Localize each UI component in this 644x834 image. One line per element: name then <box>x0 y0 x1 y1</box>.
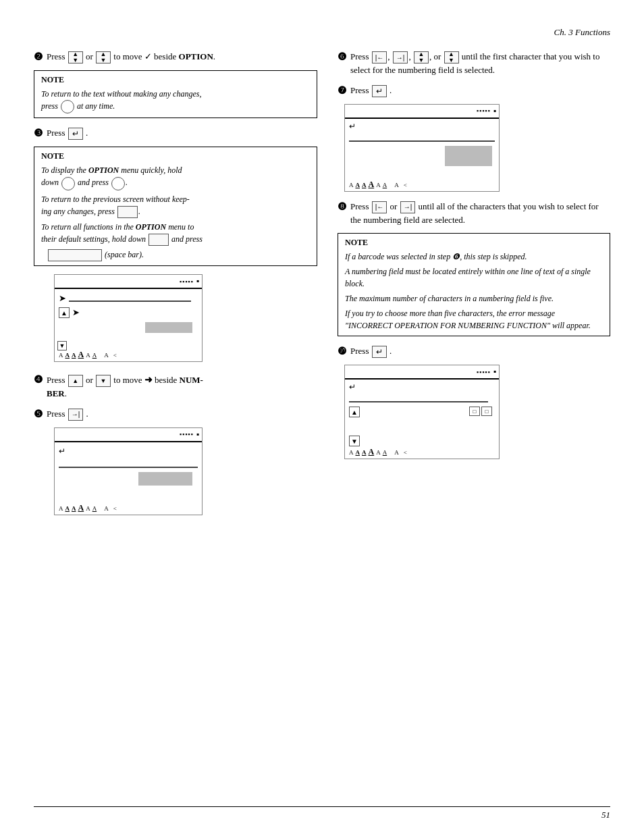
page-number: 51 <box>601 810 610 820</box>
screen-1-arrow2: ➤ <box>72 307 80 318</box>
step-6-press: Press <box>350 51 371 61</box>
note-3-line4: If you try to choose more than five char… <box>345 307 603 332</box>
step-2-press: Press <box>47 51 68 61</box>
screen-4-minus: ▪ <box>493 367 496 377</box>
key-enter-2: ↵ <box>372 85 387 97</box>
step-10-content: Press ↵ . <box>350 344 610 358</box>
step-6: ❻ Press |←, →|, ▲▼, or ▲▼ until the firs… <box>338 50 610 77</box>
step-7-press: Press <box>350 85 371 95</box>
key-left-tab: |← <box>372 51 387 63</box>
screen-3-topbar: ▪▪▪▪▪ ▪ <box>345 105 499 119</box>
note-box-2: NOTE To display the OPTION menu quickly,… <box>34 147 317 266</box>
step-6-content: Press |←, →|, ▲▼, or ▲▼ until the first … <box>350 50 610 77</box>
note-3-line3: The maximum number of characters in a nu… <box>345 292 603 305</box>
step-6-number: ❻ <box>338 51 346 63</box>
screen-3-dots: ▪▪▪▪▪ <box>477 107 491 114</box>
screen-1-arrow: ➤ <box>59 293 66 304</box>
two-column-layout: ❷ Press ▲▼ or ▲▼ to move ✓ beside OPTION… <box>34 50 610 526</box>
step-3-content: Press ↵ . <box>47 126 317 140</box>
step-2-tomove: to move <box>113 51 144 61</box>
key-hold-2 <box>149 234 169 246</box>
screen-2-dots: ▪▪▪▪▪ <box>180 431 194 438</box>
step-10: ❿ Press ↵ . <box>338 344 610 358</box>
note-2-para1: To display the OPTION menu quickly, hold… <box>41 164 310 190</box>
key-enter-1: ↵ <box>68 128 83 140</box>
screen-1-bottom: A A A A A A A < <box>59 350 117 360</box>
screen-2-enter: ↵ <box>59 446 65 457</box>
screen-2-content: ↵ <box>55 442 202 488</box>
note-label-3: NOTE <box>345 238 603 248</box>
step-7: ❼ Press ↵ . <box>338 84 610 97</box>
step-3-number: ❸ <box>34 127 43 139</box>
key-updown-3: ▲▼ <box>414 51 429 63</box>
screen-4-content: ↵ ▲ □ □ <box>345 380 499 420</box>
note-box-1: NOTE To return to the text without makin… <box>34 70 317 118</box>
note-1-line1: To return to the text without making any… <box>41 88 310 113</box>
screen-2: ▪▪▪▪▪ ▪ ↵ A A A A A <box>54 427 203 515</box>
key-down-1: ▼ <box>96 375 111 387</box>
screen-4-bottom: A A A A A A A < <box>349 447 407 457</box>
key-left-tab-2: |← <box>372 201 387 213</box>
screen-3-minus: ▪ <box>493 106 496 116</box>
step-4: ❹ Press ▲ or ▼ to move ➜ beside NUM-BER. <box>34 373 317 400</box>
screen-1-gray <box>145 322 192 333</box>
screen-2-topbar: ▪▪▪▪▪ ▪ <box>55 428 202 442</box>
key-press-1 <box>111 177 125 190</box>
screen-4-dots: ▪▪▪▪▪ <box>477 369 491 375</box>
screen-1-icon: ▲ <box>59 307 70 318</box>
step-7-dot: . <box>390 85 392 95</box>
page: Ch. 3 Functions ❷ Press ▲▼ or ▲▼ to move <box>0 0 644 834</box>
bottom-divider <box>34 806 610 807</box>
step-10-dot: . <box>390 346 392 356</box>
step-8-or: or <box>390 201 400 211</box>
step-5-number: ❺ <box>34 408 43 420</box>
checkmark-symbol: ✓ <box>144 51 152 61</box>
key-up-1: ▲ <box>68 375 83 387</box>
step-8-number: ❽ <box>338 201 346 213</box>
screen-3-enter: ↵ <box>349 122 356 131</box>
key-hold-1 <box>61 177 75 190</box>
screen-2-minus: ▪ <box>196 429 199 440</box>
screen-1-dots: ▪▪▪▪▪ <box>180 278 194 285</box>
step-10-number: ❿ <box>338 345 346 357</box>
key-tab-right-1: →| <box>68 409 84 421</box>
step-8: ❽ Press |← or →| until all of the charac… <box>338 200 610 227</box>
key-updown-4: ▲▼ <box>444 51 459 63</box>
screen-1-minus: ▪ <box>196 276 199 286</box>
step-7-number: ❼ <box>338 84 346 97</box>
step-2-or: or <box>86 51 95 61</box>
step-5-content: Press →| . <box>47 407 317 421</box>
step-2-number: ❷ <box>34 51 43 63</box>
screen-4-up: ▲ <box>349 407 360 417</box>
key-back-1 <box>117 206 138 218</box>
step-8-after: until all of the characters that you wis… <box>350 201 599 225</box>
screen-1-content: ➤ ▲ ➤ <box>55 289 202 336</box>
screen-1: ▪▪▪▪▪ ▪ ➤ ▲ ➤ <box>54 274 203 362</box>
step-3: ❸ Press ↵ . <box>34 126 317 140</box>
step-5-dot: . <box>86 409 88 419</box>
arrow-right-symbol: ➜ <box>144 375 153 385</box>
key-up-down-1: ▲▼ <box>68 51 83 63</box>
screen-4-topbar: ▪▪▪▪▪ ▪ <box>345 365 499 380</box>
note-2-para3b: (space bar). <box>41 249 310 261</box>
screen-4-down: ▼ <box>349 436 360 446</box>
screen-4-enter: ↵ <box>349 382 356 392</box>
step-8-press: Press <box>350 201 371 211</box>
step-5-press: Press <box>47 409 68 419</box>
step-10-press: Press <box>350 346 371 356</box>
step-5: ❺ Press →| . <box>34 407 317 421</box>
screen-2-bottom: A A A A A A A < <box>59 503 117 513</box>
note-3-line1: If a barcode was selected in step ❻, thi… <box>345 251 603 263</box>
key-spacebar <box>48 249 102 261</box>
screen-3-content: ↵ <box>345 119 499 169</box>
step-2: ❷ Press ▲▼ or ▲▼ to move ✓ beside OPTION… <box>34 50 317 63</box>
screen-1-down-icon: ▼ <box>57 341 67 350</box>
right-column: ❻ Press |←, →|, ▲▼, or ▲▼ until the firs… <box>338 50 610 526</box>
screen-3-bottom: A A A A A A A < <box>349 180 407 190</box>
note-box-3: NOTE If a barcode was selected in step ❻… <box>338 233 610 336</box>
note-label-2: NOTE <box>41 151 310 161</box>
left-column: ❷ Press ▲▼ or ▲▼ to move ✓ beside OPTION… <box>34 50 317 526</box>
step-2-content: Press ▲▼ or ▲▼ to move ✓ beside OPTION. <box>47 50 317 63</box>
key-cancel-1 <box>61 100 74 113</box>
key-updown-2: ▲▼ <box>96 51 111 63</box>
